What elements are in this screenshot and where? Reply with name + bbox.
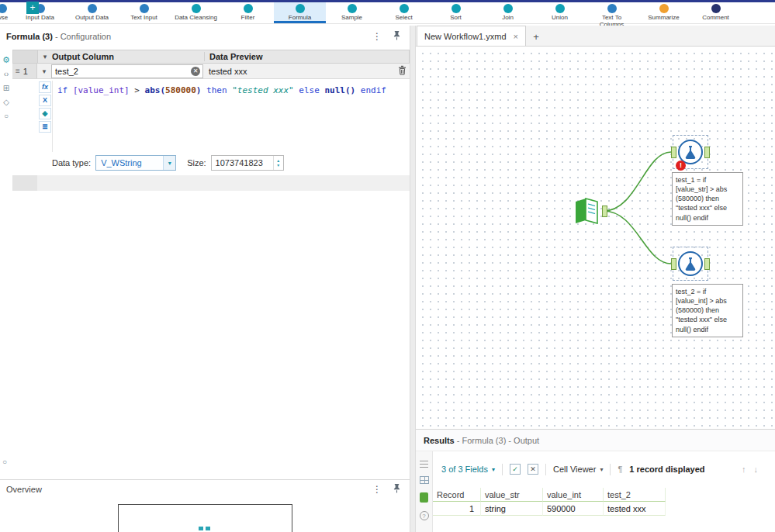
config-side-tabs: ⚙‹›⊞◇○ (0, 47, 12, 479)
cell[interactable]: string (481, 502, 543, 516)
add-expression-button[interactable]: + (26, 2, 39, 14)
overview-menu-kebab-icon[interactable]: ⋮ (372, 484, 382, 495)
cell[interactable]: tested xxx (604, 502, 666, 516)
expression-editor[interactable]: if [value_int] > abs(580000) then "teste… (52, 81, 410, 152)
toolbar-tool-select[interactable]: Select (378, 2, 430, 23)
config-panel-header: Formula (3) - Configuration ⋮ (0, 26, 410, 47)
input-anchor[interactable] (671, 258, 676, 270)
new-tab-button[interactable]: + (526, 31, 546, 46)
side-tab-icon[interactable]: ⚙ (2, 56, 10, 64)
column-header-Record[interactable]: Record (433, 488, 481, 502)
panel-splitter[interactable] (410, 26, 416, 532)
data-type-dropdown[interactable]: V_WString ▾ (95, 155, 176, 171)
list-view-icon[interactable] (420, 461, 428, 468)
help-side-icon[interactable]: ○ (2, 458, 7, 466)
input-anchor[interactable] (671, 147, 676, 158)
output-anchor[interactable] (704, 147, 710, 158)
overview-header: Overview ⋮ (0, 479, 410, 498)
size-spinner[interactable]: ▲ ▼ (273, 156, 283, 170)
formula-expression[interactable]: if [value_int] > abs(580000) then "teste… (53, 81, 410, 95)
row-gutter[interactable]: ≡ 1 (12, 64, 37, 78)
fields-dropdown[interactable]: 3 of 3 Fields (441, 465, 488, 474)
data-preview-header: Data Preview (204, 52, 395, 61)
cell[interactable]: 1 (433, 502, 481, 516)
size-input[interactable] (212, 157, 273, 168)
dropdown-arrow-icon[interactable]: ▾ (163, 156, 175, 170)
toolbar-tool-text-input[interactable]: Text Input (118, 2, 170, 23)
toolbar-tool-input-data[interactable]: Input Data (14, 2, 66, 23)
toolbar-tool-sort[interactable]: Sort (430, 2, 482, 23)
output-anchor[interactable] (602, 206, 607, 217)
column-header-value_int[interactable]: value_int (543, 488, 604, 502)
delete-row-trash-icon[interactable] (394, 65, 410, 77)
cell-viewer-dropdown[interactable]: Cell Viewer (553, 465, 596, 474)
tool-label: Sort (450, 14, 462, 21)
editor-X-icon[interactable]: X (39, 95, 51, 106)
formula-tool-1[interactable]: ! (673, 135, 708, 169)
toolbar-tool-summarize[interactable]: Summarize (638, 2, 690, 23)
tool-label: Sample (341, 14, 362, 21)
toolbar-tool-join[interactable]: Join (482, 2, 534, 23)
fields-chevron-down-icon[interactable]: ▾ (492, 466, 495, 473)
workflow-canvas[interactable]: ! test_1 = if [value_str] > abs (580000)… (416, 47, 775, 429)
row-chevron-down-icon[interactable]: ▾ (37, 67, 51, 75)
tab-close-icon[interactable]: × (514, 32, 518, 41)
text-input-tool[interactable] (573, 196, 605, 227)
toolbar-tool-filter[interactable]: Filter (222, 2, 274, 23)
side-tab-icon[interactable]: ⊞ (3, 84, 9, 92)
toolbar-tool-sample[interactable]: Sample (326, 2, 378, 23)
grid-view-icon[interactable] (420, 476, 429, 484)
toolbar-tool-wse[interactable]: wse (0, 2, 14, 23)
output-data-icon[interactable] (420, 492, 428, 503)
toolbar-tool-output-data[interactable]: Output Data (66, 2, 118, 23)
scroll-down-icon[interactable]: ↓ (754, 465, 759, 474)
output-anchor[interactable] (704, 258, 710, 270)
size-label: Size: (187, 158, 206, 168)
cell[interactable]: 590000 (543, 502, 604, 516)
cell-viewer-chevron-down-icon[interactable]: ▾ (600, 466, 603, 473)
toolbar-tool-formula[interactable]: Formula (274, 2, 326, 23)
tool-label: Join (502, 14, 514, 21)
tool-icon (503, 4, 513, 13)
whitespace-toggle-icon[interactable]: ¶ (618, 465, 622, 474)
cancel-cross-icon[interactable]: ✕ (528, 464, 538, 475)
side-tab-icon[interactable]: ‹› (4, 70, 9, 78)
tool-label: Data Cleansing (175, 14, 217, 21)
tool-label: Input Data (26, 14, 54, 21)
config-menu-kebab-icon[interactable]: ⋮ (372, 31, 382, 42)
data-preview-value: tested xxx (203, 67, 394, 76)
editor-fx-icon[interactable]: fx (39, 81, 51, 93)
formula-token: then (201, 85, 232, 95)
connection-lines (416, 47, 775, 429)
toolbar-tool-text-to-columns[interactable]: Text To Columns (586, 2, 638, 23)
spinner-down-icon[interactable]: ▼ (276, 163, 280, 168)
workflow-tab[interactable]: New Workflow1.yxmd × (417, 26, 526, 46)
formula-2-annotation[interactable]: test_2 = if [value_int] > abs (580000) t… (672, 284, 743, 337)
output-column-input[interactable] (52, 66, 189, 77)
chevron-down-icon[interactable]: ▾ (38, 53, 52, 60)
drag-handle-icon[interactable]: ≡ (16, 67, 20, 75)
overview-pin-icon[interactable] (393, 483, 400, 495)
apply-check-icon[interactable]: ✓ (510, 464, 521, 475)
toolbar-tool-union[interactable]: Union (534, 2, 586, 23)
column-header-value_str[interactable]: value_str (481, 488, 543, 502)
data-type-row: Data type: V_WString ▾ Size: ▲ ▼ (52, 154, 284, 172)
formula-1-annotation[interactable]: test_1 = if [value_str] > abs (580000) t… (672, 172, 743, 226)
error-badge-icon[interactable]: ! (676, 161, 686, 171)
tool-icon (607, 4, 617, 13)
config-pin-icon[interactable] (393, 30, 400, 42)
side-tab-icon[interactable]: ◇ (3, 98, 9, 106)
toolbar-tool-comment[interactable]: Comment (690, 2, 742, 23)
side-tab-icon[interactable]: ○ (4, 112, 9, 120)
editor-≣-icon[interactable]: ≣ (39, 121, 51, 133)
tool-icon (555, 4, 565, 13)
formula-tool-2[interactable] (673, 247, 708, 281)
workflow-tabbar: New Workflow1.yxmd × + (416, 26, 775, 47)
text-input-icon (573, 196, 600, 224)
clear-field-icon[interactable]: ✕ (191, 67, 200, 76)
help-icon[interactable]: ? (420, 511, 429, 520)
toolbar-tool-data-cleansing[interactable]: Data Cleansing (170, 2, 222, 23)
column-header-test_2[interactable]: test_2 (604, 488, 666, 502)
scroll-up-icon[interactable]: ↑ (742, 465, 746, 474)
editor-◈-icon[interactable]: ◈ (39, 108, 51, 119)
